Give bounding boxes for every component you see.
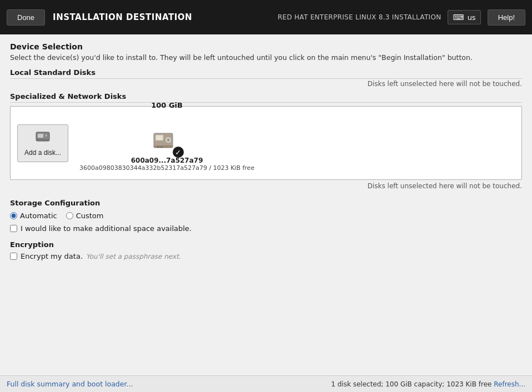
content: Device Selection Select the device(s) yo… <box>0 34 532 375</box>
keyboard-selector[interactable]: ⌨ us <box>448 10 480 24</box>
disk-icon-svg <box>35 130 51 143</box>
done-button[interactable]: Done <box>7 9 45 26</box>
custom-label: Custom <box>76 212 104 220</box>
svg-rect-1 <box>38 134 43 138</box>
storage-config-section: Storage Configuration Automatic Custom I… <box>10 199 522 233</box>
svg-rect-9 <box>157 147 159 148</box>
encrypt-note: You'll set a passphrase next. <box>86 253 181 260</box>
full-disk-summary-link[interactable]: Full disk summary and boot loader... <box>7 380 133 388</box>
custom-radio[interactable] <box>66 212 73 219</box>
add-disk-label: Add a disk... <box>24 149 61 157</box>
encrypt-checkbox[interactable] <box>10 253 17 260</box>
disk-capacity: 100 GiB <box>151 101 183 109</box>
checkmark-icon: ✓ <box>175 148 181 157</box>
device-selection-desc: Select the device(s) you'd like to insta… <box>10 53 522 62</box>
svg-point-7 <box>167 139 169 141</box>
footer-left: Full disk summary and boot loader... <box>7 380 133 388</box>
keyboard-value: us <box>468 13 476 22</box>
svg-point-2 <box>44 134 48 137</box>
device-selection-title: Device Selection <box>10 42 522 51</box>
add-disk-button[interactable]: Add a disk... <box>17 124 68 162</box>
storage-config-title: Storage Configuration <box>10 199 522 207</box>
device-selection-section: Device Selection Select the device(s) yo… <box>10 42 522 62</box>
encryption-title: Encryption <box>10 240 522 249</box>
local-disks-title: Local Standard Disks <box>10 68 522 79</box>
header: Done INSTALLATION DESTINATION RED HAT EN… <box>0 0 532 34</box>
disk-svg-icon <box>153 130 175 151</box>
disk-short-name: 600a09...7a527a79 <box>131 157 203 164</box>
encrypt-label[interactable]: Encrypt my data. <box>21 252 83 260</box>
specialized-disks-title: Specialized & Network Disks <box>10 92 522 103</box>
svg-rect-10 <box>160 147 163 148</box>
add-disk-icon <box>35 130 51 147</box>
refresh-link[interactable]: Refresh... <box>494 380 525 388</box>
keyboard-icon: ⌨ <box>453 13 464 22</box>
space-checkbox[interactable] <box>10 225 17 232</box>
space-checkbox-row: I would like to make additional space av… <box>10 224 522 233</box>
disk-panel: Add a disk... 100 GiB <box>10 106 522 180</box>
storage-config-radio-row: Automatic Custom <box>10 212 522 220</box>
encryption-section: Encryption Encrypt my data. You'll set a… <box>10 240 522 260</box>
selected-badge: ✓ <box>173 147 184 158</box>
disk-item[interactable]: 100 GiB <box>79 114 254 172</box>
custom-radio-label[interactable]: Custom <box>66 212 104 220</box>
footer: Full disk summary and boot loader... 1 d… <box>0 375 532 392</box>
page-title: INSTALLATION DESTINATION <box>53 12 192 22</box>
encryption-row: Encrypt my data. You'll set a passphrase… <box>10 252 522 260</box>
install-title: RED HAT ENTERPRISE LINUX 8.3 INSTALLATIO… <box>278 13 441 21</box>
svg-rect-8 <box>154 145 173 148</box>
local-disks-section: Local Standard Disks Disks left unselect… <box>10 68 522 88</box>
automatic-radio[interactable] <box>10 212 17 219</box>
footer-right: 1 disk selected; 100 GiB capacity; 1023 … <box>331 380 525 388</box>
disk-full-id: 3600a09803830344a332b52317a527a79 / 1023… <box>79 164 254 172</box>
space-label[interactable]: I would like to make additional space av… <box>21 224 192 233</box>
specialized-disks-note: Disks left unselected here will not be t… <box>10 182 522 190</box>
disk-icon-wrap: ✓ <box>153 130 182 157</box>
specialized-disks-section: Specialized & Network Disks Add a disk..… <box>10 92 522 190</box>
header-right: RED HAT ENTERPRISE LINUX 8.3 INSTALLATIO… <box>278 9 525 26</box>
header-left: Done INSTALLATION DESTINATION <box>7 9 192 26</box>
svg-rect-3 <box>36 139 49 140</box>
automatic-label: Automatic <box>20 212 57 220</box>
automatic-radio-label[interactable]: Automatic <box>10 212 57 220</box>
local-disks-note: Disks left unselected here will not be t… <box>10 80 522 88</box>
svg-rect-5 <box>155 135 163 140</box>
help-button[interactable]: Help! <box>488 9 525 26</box>
footer-status: 1 disk selected; 100 GiB capacity; 1023 … <box>331 380 491 388</box>
